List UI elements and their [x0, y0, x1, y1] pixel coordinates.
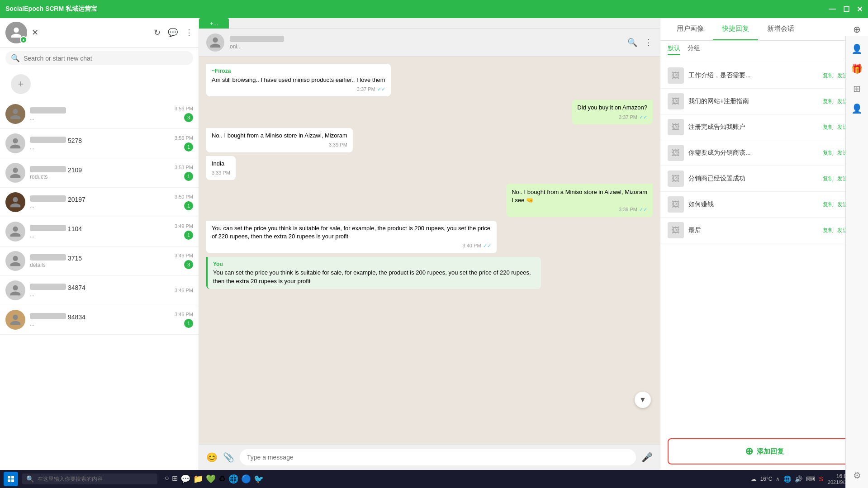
- recycle-icon[interactable]: ♻: [218, 474, 226, 484]
- profile-tabs: 默认 分组 👤: [660, 41, 868, 59]
- search-bar[interactable]: 🔍: [5, 51, 193, 65]
- chat-meta: 3:46 PM 1: [175, 312, 193, 328]
- search-chat-icon[interactable]: 🔍: [627, 38, 637, 47]
- profile-tab-default[interactable]: 默认: [668, 44, 680, 55]
- taskbar-search-input[interactable]: [38, 476, 153, 482]
- check-icon: ✓✓: [639, 206, 647, 213]
- chrome-icon[interactable]: 🔵: [241, 474, 251, 484]
- emoji-icon[interactable]: 😊: [206, 452, 218, 463]
- voice-icon[interactable]: 🎤: [641, 452, 653, 463]
- add-chat-area: +: [0, 69, 199, 99]
- check-icon: ✓✓: [377, 86, 385, 93]
- chat-name: 5278: [30, 137, 170, 144]
- chat-header-status: oni...: [230, 43, 622, 50]
- reply-actions: 复制 发送: [823, 98, 848, 105]
- minimize-button[interactable]: —: [829, 5, 836, 14]
- chat-info: 94834 ...: [30, 313, 170, 327]
- scroll-down-button[interactable]: ▼: [635, 392, 651, 408]
- taskbar-search[interactable]: 🔍: [22, 474, 157, 484]
- wechat-icon[interactable]: 💚: [206, 474, 216, 484]
- maximize-button[interactable]: ☐: [843, 5, 849, 14]
- add-chat-button[interactable]: +: [11, 74, 31, 94]
- chat-item[interactable]: 3715 details 3:46 PM 3: [0, 246, 199, 276]
- chat-info: 2109 roducts: [30, 166, 170, 180]
- taskview-icon[interactable]: ⊞: [172, 474, 178, 484]
- chat-preview: ...: [30, 232, 170, 239]
- profile-tab-group[interactable]: 分组: [688, 44, 700, 55]
- chat-badge: 1: [184, 142, 193, 152]
- more-options-icon[interactable]: ⋮: [645, 38, 653, 47]
- chat-meta: 3:56 PM 1: [175, 135, 193, 152]
- chat-name: 94834: [30, 313, 170, 321]
- chat-avatar: [5, 192, 25, 212]
- message-row: No.. I bought from a Miniso store in Aiz…: [206, 184, 653, 217]
- reply-text: 我们的网站+注册指南: [688, 97, 818, 105]
- chat-item[interactable]: 94834 ... 3:46 PM 1: [0, 305, 199, 335]
- twitter-icon[interactable]: 🐦: [254, 474, 264, 484]
- sidebar-close-icon[interactable]: ✕: [32, 28, 38, 38]
- copy-button[interactable]: 复制: [823, 123, 834, 131]
- window-controls[interactable]: — ☐ ✕: [829, 5, 863, 14]
- reply-image: 🖼: [668, 145, 684, 161]
- folder-icon[interactable]: 📁: [193, 474, 203, 484]
- reply-image: 🖼: [668, 119, 684, 135]
- search-input[interactable]: [24, 55, 188, 62]
- tab-quick-reply[interactable]: 快捷回复: [713, 18, 758, 40]
- copy-button[interactable]: 复制: [823, 149, 834, 157]
- edge-icon[interactable]: 🌐: [228, 474, 238, 484]
- chat-header-icons: 🔍 ⋮: [627, 38, 653, 47]
- chat-list: ... 3:56 PM 3 5278 ... 3:56 PM 1: [0, 99, 199, 470]
- settings-icon[interactable]: ⚙: [853, 470, 861, 481]
- message-time: 3:39 PM: [212, 170, 230, 176]
- more-icon[interactable]: ⋮: [185, 28, 193, 38]
- chat-item[interactable]: 1104 ... 3:49 PM 1: [0, 217, 199, 246]
- chat-avatar: [5, 133, 25, 153]
- chat-item[interactable]: 5278 ... 3:56 PM 1: [0, 129, 199, 158]
- chat-badge: 3: [184, 260, 193, 269]
- copy-button[interactable]: 复制: [823, 72, 834, 80]
- chat-info: 3715 details: [30, 254, 170, 268]
- tray-chevron[interactable]: ∧: [776, 476, 780, 482]
- user-icon[interactable]: 👤: [851, 43, 863, 54]
- tab-user-profile[interactable]: 用户画像: [668, 18, 713, 40]
- keyboard-icon[interactable]: ⌨: [806, 475, 815, 483]
- copy-button[interactable]: 复制: [823, 175, 834, 183]
- add-reply-button[interactable]: ⊕ 添加回复: [668, 438, 861, 464]
- svg-rect-2: [8, 479, 10, 482]
- attachment-icon[interactable]: 📎: [223, 452, 234, 463]
- reply-text: 如何赚钱: [688, 200, 818, 208]
- chat-name: 34874: [30, 284, 170, 291]
- sidebar: ● ✕ ↻ 💬 ⋮ 🔍 +: [0, 18, 199, 470]
- tab-new-chat[interactable]: 新增会话: [758, 18, 803, 40]
- cortana-icon[interactable]: ○: [165, 474, 169, 484]
- chat-item[interactable]: 2109 roducts 3:53 PM 1: [0, 158, 199, 188]
- scrm-tray-icon[interactable]: S: [819, 475, 823, 483]
- chat-time: 3:49 PM: [175, 223, 193, 229]
- close-button[interactable]: ✕: [857, 5, 863, 14]
- reply-item: 🖼 你需要成为分销商该... 复制 发送 ⋮: [660, 140, 868, 166]
- chat-item[interactable]: ... 3:56 PM 3: [0, 99, 199, 129]
- message-bubble: Did you buy it on Amazon? 3:37 PM ✓✓: [572, 100, 653, 124]
- copy-button[interactable]: 复制: [823, 201, 834, 208]
- chat-avatar: [5, 163, 25, 183]
- check-icon: ✓✓: [483, 242, 491, 249]
- network-icon[interactable]: 🌐: [783, 475, 791, 483]
- person-outline-icon[interactable]: 👤: [851, 103, 863, 114]
- copy-button[interactable]: 复制: [823, 227, 834, 234]
- chat-tab[interactable]: +...: [199, 18, 229, 28]
- gift-icon[interactable]: 🎁: [851, 63, 863, 74]
- chat-app-icon[interactable]: 💬: [180, 474, 190, 484]
- chat-item[interactable]: 34874 ... 3:46 PM: [0, 276, 199, 305]
- volume-icon[interactable]: 🔊: [795, 475, 802, 483]
- refresh-icon[interactable]: ↻: [154, 28, 161, 38]
- message-bubble: India 3:39 PM: [206, 156, 236, 180]
- message-time: 3:37 PM ✓✓: [577, 114, 647, 121]
- chat-item[interactable]: 20197 ... 3:50 PM 1: [0, 188, 199, 217]
- group-icon[interactable]: ⊞: [853, 83, 861, 94]
- chat-header-name: [230, 36, 622, 43]
- start-button[interactable]: [4, 472, 18, 486]
- copy-button[interactable]: 复制: [823, 98, 834, 105]
- my-avatar[interactable]: ●: [5, 22, 27, 43]
- message-input[interactable]: [240, 449, 636, 465]
- chat-icon[interactable]: 💬: [168, 28, 178, 38]
